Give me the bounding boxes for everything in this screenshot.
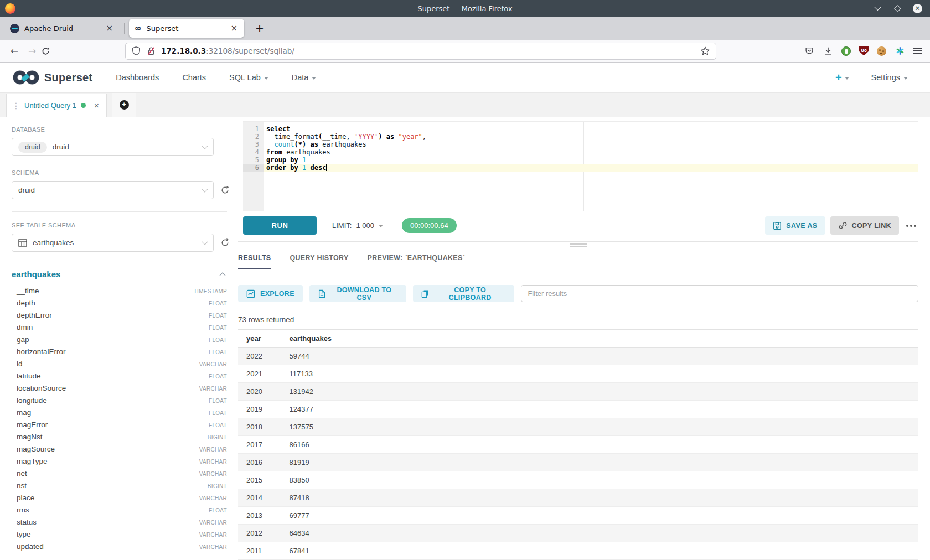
column-row[interactable]: statusVARCHAR xyxy=(12,518,227,530)
column-row[interactable]: magTypeVARCHAR xyxy=(12,457,227,469)
code-line[interactable]: time_format(__time, 'YYYY') as "year", xyxy=(264,133,918,141)
code-line[interactable]: order by 1 desc xyxy=(264,164,918,172)
code-line[interactable]: from earthquakes xyxy=(264,148,918,156)
nav-sql-lab[interactable]: SQL Lab xyxy=(229,73,268,82)
code-line[interactable]: select xyxy=(264,125,918,133)
column-row[interactable]: magNstBIGINT xyxy=(12,433,227,445)
close-query-tab-icon[interactable]: × xyxy=(94,101,99,110)
column-header-earthquakes[interactable]: earthquakes xyxy=(281,330,918,348)
add-query-tab-cell[interactable]: + xyxy=(112,93,136,117)
browser-tab-apache-druid[interactable]: Apache Druid × xyxy=(4,19,120,38)
new-tab-button[interactable]: + xyxy=(251,21,268,35)
column-row[interactable]: gapFLOAT xyxy=(12,335,227,348)
tab-preview-earthquakes[interactable]: PREVIEW: `EARTHQUAKES` xyxy=(368,254,466,269)
column-row[interactable]: depthErrorFLOAT xyxy=(12,311,227,323)
column-row[interactable]: longitudeFLOAT xyxy=(12,396,227,408)
pocket-icon[interactable] xyxy=(804,46,814,56)
table-row[interactable]: 201487418 xyxy=(238,489,918,507)
more-options-button[interactable] xyxy=(904,221,918,230)
colorful-extension-icon[interactable] xyxy=(895,46,905,56)
reload-button[interactable] xyxy=(41,46,59,56)
table-select[interactable]: earthquakes xyxy=(12,234,214,252)
table-row[interactable]: 202259744 xyxy=(238,348,918,365)
column-row[interactable]: nstBIGINT xyxy=(12,481,227,494)
column-header-year[interactable]: year xyxy=(238,330,281,348)
copy-to-clipboard-button[interactable]: COPY TO CLIPBOARD xyxy=(413,285,515,302)
explore-button[interactable]: EXPLORE xyxy=(238,285,303,302)
settings-menu[interactable]: Settings xyxy=(871,73,908,82)
collapse-icon[interactable] xyxy=(219,272,225,278)
downloads-icon[interactable] xyxy=(823,46,833,56)
add-query-tab-icon[interactable]: + xyxy=(120,100,129,110)
column-row[interactable]: rmsFLOAT xyxy=(12,506,227,518)
refresh-schemas-icon[interactable] xyxy=(220,185,230,195)
drag-handle-icon[interactable]: ⋮ xyxy=(12,101,20,110)
table-row[interactable]: 2020131942 xyxy=(238,383,918,401)
tab-results[interactable]: RESULTS xyxy=(238,254,271,269)
ublock-origin-icon[interactable]: U0 xyxy=(859,46,869,56)
editor-code[interactable]: select time_format(__time, 'YYYY') as "y… xyxy=(264,122,918,172)
save-as-button[interactable]: SAVE AS xyxy=(765,216,825,235)
column-row[interactable]: typeVARCHAR xyxy=(12,530,227,542)
tab-query-history[interactable]: QUERY HISTORY xyxy=(290,254,349,269)
table-row[interactable]: 2019124377 xyxy=(238,401,918,418)
table-row[interactable]: 201681919 xyxy=(238,454,918,471)
schema-select[interactable]: druid xyxy=(12,181,214,199)
nav-charts[interactable]: Charts xyxy=(182,73,206,82)
sql-code-editor[interactable]: 123456 select time_format(__time, 'YYYY'… xyxy=(243,121,918,211)
menu-icon[interactable] xyxy=(913,48,922,54)
shield-icon[interactable] xyxy=(131,46,141,56)
nav-data[interactable]: Data xyxy=(292,73,317,82)
column-row[interactable]: locationSourceVARCHAR xyxy=(12,384,227,396)
minimize-button[interactable] xyxy=(873,4,882,13)
new-item-button[interactable]: + xyxy=(835,71,849,84)
url-bar[interactable]: 172.18.0.3:32108/superset/sqllab/ xyxy=(125,43,716,60)
column-row[interactable]: __timeTIMESTAMP xyxy=(12,287,227,299)
insecure-lock-icon[interactable] xyxy=(146,46,156,56)
code-line[interactable]: group by 1 xyxy=(264,156,918,164)
close-button[interactable]: ✕ xyxy=(913,4,922,13)
table-row[interactable]: 201786166 xyxy=(238,436,918,454)
query-tab-untitled-query-1[interactable]: ⋮ Untitled Query 1 × xyxy=(6,94,107,117)
table-row[interactable]: 201583850 xyxy=(238,471,918,489)
tab-close-icon[interactable]: × xyxy=(105,23,114,33)
column-row[interactable]: magSourceVARCHAR xyxy=(12,445,227,457)
column-type: VARCHAR xyxy=(199,471,227,477)
table-row[interactable]: 2018137575 xyxy=(238,418,918,436)
column-row[interactable]: depthFLOAT xyxy=(12,299,227,311)
table-row[interactable]: 201369777 xyxy=(238,507,918,525)
code-line[interactable]: count(*) as earthquakes xyxy=(264,141,918,148)
limit-dropdown[interactable]: LIMIT: 1 000 xyxy=(332,221,383,230)
cookie-extension-icon[interactable] xyxy=(877,46,886,56)
extension-icon[interactable] xyxy=(841,46,851,56)
column-row[interactable]: horizontalErrorFLOAT xyxy=(12,348,227,360)
superset-logo[interactable]: Superset xyxy=(12,69,92,86)
table-row[interactable]: 201167841 xyxy=(238,542,918,560)
column-row[interactable]: magErrorFLOAT xyxy=(12,421,227,433)
cell-earthquakes: 83850 xyxy=(281,471,918,489)
table-row[interactable]: 201264634 xyxy=(238,525,918,542)
run-button[interactable]: RUN xyxy=(243,216,317,235)
resize-drag-handle[interactable] xyxy=(570,243,587,247)
column-row[interactable]: idVARCHAR xyxy=(12,360,227,372)
download-csv-button[interactable]: DOWNLOAD TO CSV xyxy=(309,285,406,302)
back-button[interactable]: ← xyxy=(6,45,23,56)
database-select[interactable]: druid druid xyxy=(12,138,214,156)
refresh-tables-icon[interactable] xyxy=(220,237,230,248)
column-row[interactable]: dminFLOAT xyxy=(12,323,227,335)
column-row[interactable]: netVARCHAR xyxy=(12,469,227,481)
column-row[interactable]: latitudeFLOAT xyxy=(12,372,227,384)
copy-link-button[interactable]: COPY LINK xyxy=(830,216,899,235)
table-schema-title[interactable]: earthquakes xyxy=(12,269,60,279)
table-row[interactable]: 2021117133 xyxy=(238,365,918,383)
column-row[interactable]: updatedVARCHAR xyxy=(12,542,227,554)
bookmark-star-icon[interactable] xyxy=(700,46,710,56)
tab-close-icon[interactable]: × xyxy=(229,23,239,33)
filter-results-input[interactable] xyxy=(521,285,918,302)
forward-button[interactable]: → xyxy=(23,45,41,56)
browser-tab-superset[interactable]: ∞ Superset × xyxy=(129,19,244,38)
maximize-button[interactable] xyxy=(893,4,902,13)
column-row[interactable]: magFLOAT xyxy=(12,408,227,421)
column-row[interactable]: placeVARCHAR xyxy=(12,494,227,506)
nav-dashboards[interactable]: Dashboards xyxy=(116,73,159,82)
